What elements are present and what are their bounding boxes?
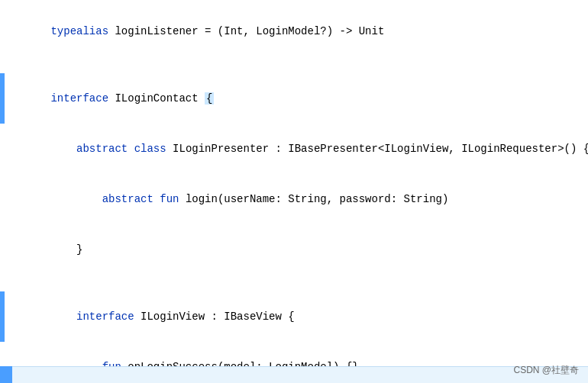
code-line-6: }: [0, 224, 588, 275]
keyword-abstract: abstract: [76, 143, 128, 155]
line-content-3: interface ILoginContact {: [6, 73, 214, 124]
code-line-4: abstract class ILoginPresenter : IBasePr…: [0, 124, 588, 174]
code-text: [128, 143, 134, 155]
keyword-interface: interface: [50, 92, 108, 105]
code-text: [153, 193, 160, 205]
indent: [50, 143, 76, 155]
code-line-7: [0, 275, 588, 291]
code-line-8: interface ILoginView : IBaseView {: [0, 291, 588, 342]
gutter-5: [0, 174, 5, 224]
line-content-5: abstract fun login(userName: String, pas…: [6, 174, 448, 224]
line-content-4: abstract class ILoginPresenter : IBasePr…: [6, 124, 588, 174]
indent: [50, 193, 102, 205]
indent: [50, 311, 76, 323]
highlight-brace: {: [205, 92, 214, 105]
code-text: login(userName: String, password: String…: [179, 193, 448, 205]
code-editor: typealias loginListener = (Int, LoginMod…: [0, 0, 588, 383]
code-line-5: abstract fun login(userName: String, pas…: [0, 174, 588, 224]
code-text: ILoginView : IBaseView {: [134, 311, 295, 323]
line-content-7: [6, 275, 18, 291]
keyword-abstract2: abstract: [102, 193, 153, 205]
keyword-interface2: interface: [76, 311, 134, 323]
code-line-3: interface ILoginContact {: [0, 73, 588, 124]
gutter-8: [0, 291, 5, 342]
line-content-6: }: [6, 224, 82, 275]
indent: [50, 243, 76, 256]
keyword-fun: fun: [160, 193, 179, 205]
code-text: }: [76, 243, 82, 256]
gutter-7: [0, 275, 5, 291]
code-text: Unit: [352, 25, 384, 37]
bottom-bar: CSDN @社壁奇: [0, 366, 588, 383]
gutter-6: [0, 224, 5, 275]
code-text: ILoginPresenter : IBasePresenter<ILoginV…: [166, 143, 588, 155]
keyword-typealias: typealias: [50, 25, 108, 37]
arrow-token: ->: [340, 25, 353, 37]
watermark: CSDN @社壁奇: [513, 364, 579, 377]
gutter-3: [0, 73, 5, 124]
gutter-2: [0, 56, 5, 73]
line-content-1: typealias loginListener = (Int, LoginMod…: [6, 6, 384, 56]
code-line-1: typealias loginListener = (Int, LoginMod…: [0, 6, 588, 56]
code-text: ILoginContact: [108, 92, 205, 105]
code-text: loginListener = (Int, LoginModel?): [108, 25, 339, 37]
gutter-1: [0, 6, 5, 56]
code-line-2: [0, 56, 588, 73]
keyword-class: class: [134, 143, 166, 155]
bottom-indicator: [0, 366, 12, 383]
line-content-2: [6, 56, 18, 73]
gutter-4: [0, 124, 5, 174]
line-content-8: interface ILoginView : IBaseView {: [6, 291, 295, 342]
